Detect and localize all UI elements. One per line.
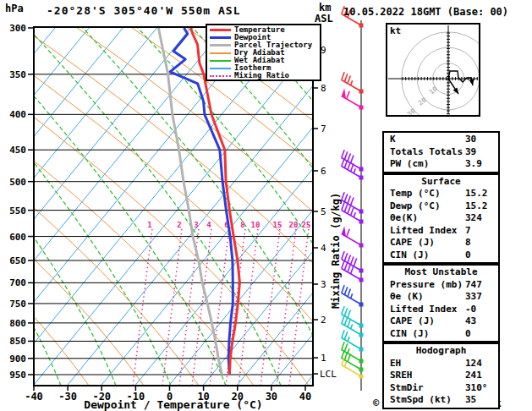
- legend: TemperatureDewpointParcel TrajectoryDry …: [206, 24, 321, 81]
- stats-panel-title: Most Unstable: [384, 266, 498, 279]
- stats-panel-title: Surface: [384, 176, 498, 189]
- hodograph: 102030: [387, 24, 495, 125]
- km-tick-label: 3: [321, 279, 326, 290]
- asl-axis-label: ASL: [315, 13, 333, 25]
- stat-label: Lifted Index: [390, 225, 457, 238]
- pressure-tick-label: 450: [9, 145, 26, 156]
- stat-label: EH: [390, 358, 401, 370]
- stat-row: CIN (J)0: [384, 328, 498, 341]
- mixing-ratio-label: 10: [251, 221, 261, 229]
- stat-value: -0: [465, 304, 476, 316]
- stat-value: 35: [465, 394, 476, 407]
- stat-label: Dewp (°C): [390, 200, 441, 213]
- stat-value: 7: [465, 225, 471, 238]
- km-axis-label: km: [319, 2, 331, 14]
- pressure-tick-label: 300: [9, 23, 26, 34]
- stat-label: CAPE (J): [390, 237, 435, 249]
- stat-value: 124: [465, 358, 482, 370]
- stat-value: 30: [465, 134, 476, 146]
- pressure-tick-label: 400: [9, 109, 26, 120]
- stat-row: CAPE (J)43: [384, 315, 498, 328]
- mixing-ratio-line: [289, 228, 309, 386]
- stat-row: SREH241: [384, 370, 498, 382]
- pressure-tick-label: 900: [9, 353, 26, 364]
- pressure-unit-label: hPa: [5, 3, 24, 14]
- pressure-tick-label: 550: [9, 206, 26, 216]
- stat-value: 310°: [465, 382, 488, 395]
- pressure-tick-label: 800: [9, 318, 26, 329]
- legend-line-sample: [210, 60, 231, 62]
- mixing-ratio-label: 4: [206, 221, 211, 229]
- stat-value: 15.2: [465, 200, 488, 213]
- km-tick-label: 1: [321, 353, 326, 364]
- legend-line-sample: [210, 44, 231, 47]
- mixing-ratio-label: 8: [240, 221, 244, 229]
- km-tick-label: 8: [321, 83, 326, 94]
- mixing-ratio-label: 15: [273, 221, 282, 229]
- km-tick-label: 2: [321, 315, 326, 326]
- legend-item: Mixing Ratio: [210, 72, 320, 79]
- datetime-label: 10.05.2022 18GMT (Base: 00): [343, 6, 508, 18]
- x-axis-title: Dewpoint / Temperature (°C): [34, 398, 313, 411]
- stats-panels: K30Totals Totals39PW (cm)3.9SurfaceTemp …: [382, 131, 500, 409]
- mixing-ratio-label: 25: [302, 221, 311, 229]
- stat-row: EH124: [384, 358, 498, 370]
- mixing-ratio-line: [239, 228, 258, 386]
- stat-label: StmSpd (kt): [390, 394, 452, 407]
- legend-line-sample: [210, 36, 231, 39]
- pressure-tick-label: 500: [9, 177, 26, 188]
- mixing-ratio-label: 20: [289, 221, 299, 229]
- stat-value: 0: [465, 249, 471, 262]
- stat-row: Temp (°C)15.2: [384, 188, 498, 200]
- pressure-tick-label: 650: [9, 255, 26, 266]
- pressure-tick-label: 600: [9, 232, 26, 243]
- stat-label: Pressure (mb): [390, 279, 463, 292]
- stat-label: CIN (J): [390, 249, 429, 262]
- mixing-ratio-label: 3: [194, 221, 198, 229]
- stat-row: θe (K)337: [384, 291, 498, 304]
- stat-label: θe(K): [390, 212, 418, 225]
- stat-label: PW (cm): [390, 158, 429, 171]
- stats-panel: K30Totals Totals39PW (cm)3.9: [382, 131, 500, 173]
- stat-row: CIN (J)0: [384, 249, 498, 262]
- chart-title: -20°28'S 305°40'W 550m ASL: [47, 4, 241, 17]
- stat-row: PW (cm)3.9: [384, 158, 498, 171]
- stats-panel: SurfaceTemp (°C)15.2Dewp (°C)15.2θe(K)32…: [382, 173, 500, 265]
- stat-label: Lifted Index: [390, 304, 457, 316]
- stat-row: CAPE (J)8: [384, 237, 498, 249]
- pressure-tick-label: 750: [9, 299, 26, 310]
- km-tick-label: 6: [321, 166, 326, 177]
- stat-row: Lifted Index-0: [384, 304, 498, 316]
- mixing-ratio-axis-title: Mixing Ratio (g/kg): [330, 161, 342, 340]
- km-tick-label: 5: [321, 206, 326, 217]
- stat-label: CAPE (J): [390, 315, 435, 328]
- stat-row: Lifted Index7: [384, 225, 498, 238]
- stat-row: θe(K)324: [384, 212, 498, 225]
- stat-value: 241: [465, 370, 482, 382]
- stats-panel: Most UnstablePressure (mb)747θe (K)337Li…: [382, 264, 500, 342]
- wind-barb: [342, 285, 364, 306]
- stat-row: Dewp (°C)15.2: [384, 200, 498, 213]
- stat-value: 43: [465, 315, 476, 328]
- stat-label: SREH: [390, 370, 413, 382]
- stat-value: 3.9: [465, 158, 482, 171]
- stat-value: 39: [465, 146, 476, 159]
- mixing-ratio-line: [277, 228, 296, 386]
- stat-label: K: [390, 134, 396, 146]
- mixing-ratio-label: 1: [147, 221, 151, 229]
- legend-line-sample: [210, 68, 231, 69]
- km-tick-label: 4: [321, 243, 326, 254]
- stat-row: StmDir310°: [384, 382, 498, 395]
- legend-line-sample: [210, 75, 231, 77]
- stat-label: Totals Totals: [390, 146, 463, 159]
- pressure-tick-label: 700: [9, 277, 26, 288]
- legend-line-sample: [210, 29, 231, 31]
- stat-value: 15.2: [465, 188, 488, 200]
- pressure-tick-label: 850: [9, 336, 26, 347]
- stat-row: Pressure (mb)747: [384, 279, 498, 292]
- stat-label: StmDir: [390, 382, 424, 395]
- skewt-sounding-screen: 1234681015202530035040045050055060065070…: [0, 0, 532, 411]
- stat-value: 324: [465, 212, 482, 225]
- wind-barb: [342, 226, 364, 247]
- hodograph-kt-label: kt: [390, 25, 401, 36]
